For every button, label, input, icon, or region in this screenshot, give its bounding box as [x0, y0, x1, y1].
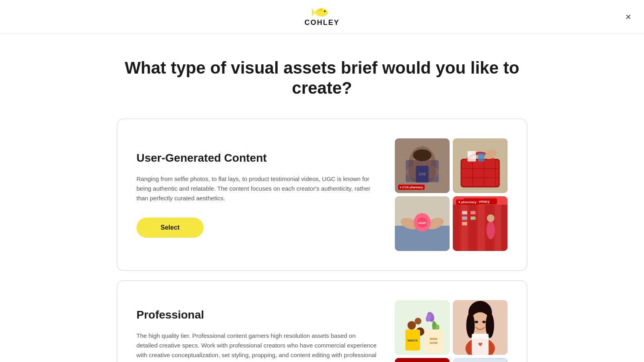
svg-rect-30 [453, 205, 459, 251]
pro-image-3: CVS pharmacy [395, 358, 450, 362]
ugc-image-3: SNAP [395, 196, 450, 251]
close-button[interactable]: × [625, 12, 631, 22]
svg-point-68 [475, 321, 478, 323]
svg-text:CVS: CVS [419, 172, 426, 176]
svg-point-69 [482, 321, 485, 323]
svg-rect-79 [454, 359, 506, 362]
svg-point-42 [487, 220, 495, 239]
logo-text: COHLEY [304, 19, 339, 27]
svg-point-47 [407, 321, 416, 329]
svg-text:SNACK: SNACK [407, 338, 418, 342]
cvs-badge-1: ♥ CVS pharmacy [398, 185, 425, 190]
svg-text:SNAP: SNAP [418, 221, 426, 225]
svg-point-5 [405, 165, 439, 180]
ugc-image-4: ♥ pharmacy ♥ pharmacy [453, 196, 508, 251]
svg-text:GOOD: GOOD [430, 341, 438, 344]
ugc-image-grid: CVS ♥ CVS pharmacy [395, 138, 508, 251]
pro-image-2: ❤️ [453, 300, 508, 355]
svg-rect-72 [395, 358, 450, 362]
pro-image-4 [453, 358, 508, 362]
logo: COHLEY [304, 6, 339, 27]
page-title: What type of visual assets brief would y… [117, 58, 527, 99]
main-content: What type of visual assets brief would y… [101, 34, 543, 362]
header: COHLEY × [0, 0, 644, 34]
ugc-select-button[interactable]: Select [136, 218, 204, 238]
professional-card-left: Professional The high quality tier. Prof… [136, 309, 378, 362]
svg-point-49 [415, 318, 421, 325]
svg-rect-41 [471, 216, 476, 220]
svg-point-7 [413, 149, 431, 161]
ugc-description: Ranging from selfie photos, to flat lays… [136, 174, 378, 203]
ugc-image-2 [453, 138, 508, 193]
svg-point-2 [324, 10, 326, 12]
pro-image-1: SNACK MADE GOOD [395, 300, 450, 355]
professional-description: The high quality tier. Professional cont… [136, 331, 378, 362]
svg-rect-8 [416, 166, 428, 183]
svg-rect-38 [462, 216, 467, 220]
ugc-card: User-Generated Content Ranging from self… [117, 119, 527, 271]
ugc-title: User-Generated Content [136, 152, 378, 165]
svg-rect-33 [478, 205, 485, 251]
svg-rect-18 [478, 153, 485, 161]
svg-rect-36 [501, 205, 508, 251]
svg-point-6 [413, 152, 431, 171]
professional-card: Professional The high quality tier. Prof… [117, 280, 527, 362]
svg-text:❤️: ❤️ [478, 342, 483, 347]
svg-point-43 [487, 214, 495, 222]
svg-text:MADE: MADE [430, 337, 437, 340]
ugc-card-left: User-Generated Content Ranging from self… [136, 152, 378, 238]
pharmacy-badge: ♥ pharmacy [456, 200, 479, 205]
svg-rect-37 [462, 211, 467, 214]
cohley-fish-logo [312, 6, 332, 19]
svg-rect-17 [468, 151, 476, 161]
svg-rect-39 [462, 222, 467, 225]
ugc-image-1: CVS ♥ CVS pharmacy [395, 138, 450, 193]
svg-rect-40 [471, 211, 476, 214]
professional-title: Professional [136, 309, 378, 321]
svg-rect-11 [461, 159, 499, 187]
professional-image-grid: SNACK MADE GOOD [395, 300, 508, 362]
svg-rect-35 [495, 205, 502, 251]
svg-marker-1 [312, 8, 315, 16]
